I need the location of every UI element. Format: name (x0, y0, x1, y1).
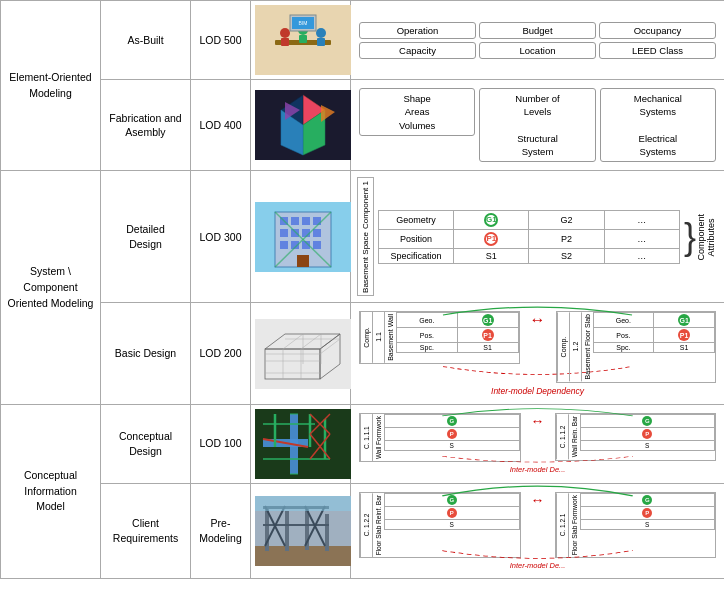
detail-premodel: C. 1.2.2 Floor Slab Reinf. Bar G P (351, 483, 725, 578)
lod300-p2-label: P2 (529, 229, 604, 248)
detail-lod100: C. 1.1.1 Wall Formwork G P (351, 404, 725, 483)
svg-rect-73 (263, 524, 329, 526)
svg-rect-25 (280, 229, 288, 237)
svg-text:BIM: BIM (299, 20, 308, 26)
g-dot-c111: G (447, 416, 457, 426)
lod300-g2-label: G2 (529, 210, 604, 229)
detail-lod200: Comp. 1.1 Basement Wall Geo. G1 (351, 303, 725, 404)
svg-rect-78 (255, 496, 351, 511)
inter-model-label: Inter-model Dependency (359, 386, 716, 396)
category-element-oriented: Element-OrientedModeling (1, 1, 101, 171)
p1-dot-c12: P1 (678, 329, 690, 341)
lod300-spec-label: Specification (379, 248, 454, 263)
lod300-s2-label: S2 (529, 248, 604, 263)
lod300-p1-circle: P1 (454, 229, 529, 248)
lod300-s1-label: S1 (454, 248, 529, 263)
image-conceptual (251, 404, 351, 483)
lod300-s-dots: … (604, 248, 679, 263)
svg-rect-22 (291, 217, 299, 225)
lod-500: LOD 500 (191, 1, 251, 80)
svg-point-2 (280, 28, 290, 38)
tag-budget: Budget (479, 22, 596, 39)
lod300-attributes-table: Geometry G1 G2 … Position P1 P2 … Specif… (378, 210, 680, 264)
lod300-position-label: Position (379, 229, 454, 248)
g1-dot-c12: G1 (678, 314, 690, 326)
tag-leed-class: LEED Class (599, 42, 716, 59)
lod100-inter-model-label: Inter-model De... (359, 465, 716, 474)
lod300-geometry-label: Geometry (379, 210, 454, 229)
image-client-req (251, 483, 351, 578)
category-system-component: System \ ComponentOriented Modeling (1, 171, 101, 404)
svg-rect-28 (313, 229, 321, 237)
tag-capacity: Capacity (359, 42, 476, 59)
lod400-mech: MechanicalSystemsElectricalSystems (600, 88, 716, 162)
svg-rect-32 (313, 241, 321, 249)
svg-rect-33 (297, 255, 309, 267)
image-basic-design (251, 303, 351, 404)
tag-location: Location (479, 42, 596, 59)
inter-model-arrow: ↔ (530, 311, 546, 329)
lod300-comp1-label: Component 1 (360, 180, 371, 230)
g1-dot-c11: G1 (482, 314, 494, 326)
category-conceptual-info: ConceptualInformationModel (1, 404, 101, 578)
lod300-basement-label: Basement Space (360, 231, 371, 294)
lod300-g-dots: … (604, 210, 679, 229)
detail-as-built: Operation Budget Occupancy Capacity Loca… (351, 1, 725, 80)
svg-rect-29 (280, 241, 288, 249)
image-fabrication (251, 80, 351, 171)
phase-as-built: As-Built (101, 1, 191, 80)
svg-rect-5 (299, 35, 307, 43)
lod-200: LOD 200 (191, 303, 251, 404)
detail-lod300: Component 1 Basement Space Geometry G1 G… (351, 171, 725, 303)
image-detailed-design (251, 171, 351, 303)
g-dot-c122: G (447, 495, 457, 505)
g-dot-c121: G (642, 495, 652, 505)
g-dot-c112: G (642, 416, 652, 426)
lod-300: LOD 300 (191, 171, 251, 303)
lod300-g1-circle: G1 (454, 210, 529, 229)
phase-basic-design: Basic Design (101, 303, 191, 404)
phase-fabrication: Fabrication andAsembly (101, 80, 191, 171)
lod-100: LOD 100 (191, 404, 251, 483)
p-dot-c121: P (642, 508, 652, 518)
phase-conceptual: ConceptualDesign (101, 404, 191, 483)
premodel-inter-model-label: Inter-model De... (359, 561, 716, 570)
lod400-shape: ShapeAreasVolumes (359, 88, 475, 136)
svg-rect-26 (291, 229, 299, 237)
lod300-p-dots: … (604, 229, 679, 248)
p-dot-c122: P (447, 508, 457, 518)
p-dot-c112: P (642, 429, 652, 439)
p1-dot-c11: P1 (482, 329, 494, 341)
phase-client-req: ClientRequirements (101, 483, 191, 578)
right-bracket: } (684, 219, 696, 255)
lod-400: LOD 400 (191, 80, 251, 171)
svg-rect-3 (281, 38, 289, 46)
svg-point-6 (316, 28, 326, 38)
svg-rect-23 (302, 217, 310, 225)
tag-operation: Operation (359, 22, 476, 39)
detail-fabrication: ShapeAreasVolumes Number ofLevelsStructu… (351, 80, 725, 171)
svg-rect-67 (255, 546, 351, 566)
tag-occupancy: Occupancy (599, 22, 716, 39)
phase-detailed-design: DetailedDesign (101, 171, 191, 303)
image-as-built: BIM (251, 1, 351, 80)
lod400-levels: Number ofLevelsStructuralSystem (479, 88, 595, 162)
p-dot-c111: P (447, 429, 457, 439)
svg-rect-7 (317, 38, 325, 46)
comp-attributes-label: ComponentAttributes (696, 214, 718, 261)
lod-premodel: Pre-Modeling (191, 483, 251, 578)
